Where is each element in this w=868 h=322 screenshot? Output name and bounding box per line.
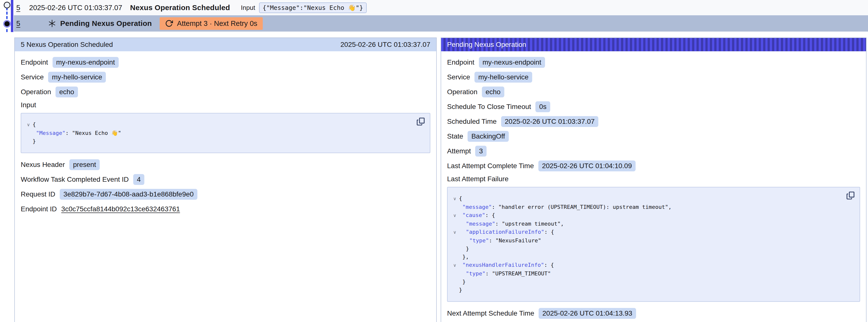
field-value-badge: BackingOff <box>468 131 508 142</box>
timeline-rail <box>0 0 14 33</box>
retry-icon <box>165 20 173 27</box>
json-line: ∨{ <box>24 120 410 129</box>
json-line: "type": "NexusFailure" <box>451 236 840 245</box>
field-row: Scheduled Time2025-02-26 UTC 01:03:37.07 <box>447 116 860 127</box>
collapse-chevron-icon[interactable]: ∨ <box>451 261 459 269</box>
event-input-label: Input <box>241 4 255 11</box>
event-title: Nexus Operation Scheduled <box>130 3 230 12</box>
retry-badge-label: Attempt 3 · Next Retry 0s <box>177 20 257 28</box>
json-line: "type": "UPSTREAM_TIMEOUT" <box>451 269 840 278</box>
input-section-label: Input <box>21 101 430 109</box>
json-key: "message" <box>462 204 492 210</box>
scheduled-panel-title: 5 Nexus Operation Scheduled <box>21 41 113 49</box>
json-line-content: "nexusHandlerFailureInfo": { <box>459 261 554 269</box>
event-id-link[interactable]: 5 <box>16 4 22 12</box>
field-label: Operation <box>21 88 51 96</box>
pending-id-link[interactable]: 5 <box>16 20 22 28</box>
pending-fields-bottom: Next Attempt Schedule Time2025-02-26 UTC… <box>447 308 860 319</box>
copy-button[interactable] <box>416 117 425 126</box>
field-label: Nexus Header <box>21 161 65 169</box>
json-line-content: "message": "handler error (UPSTREAM_TIME… <box>459 203 672 211</box>
field-value-badge: 2025-02-26 UTC 01:03:37.07 <box>501 116 598 127</box>
event-detail-panels: 5 Nexus Operation Scheduled 2025-02-26 U… <box>0 37 868 322</box>
field-row: Last Attempt Complete Time2025-02-26 UTC… <box>447 160 860 171</box>
json-line: ∨"cause": { <box>451 211 840 220</box>
field-row: Operationecho <box>447 86 860 98</box>
field-label: Workflow Task Completed Event ID <box>21 175 129 184</box>
field-label: State <box>447 132 463 140</box>
pending-panel-header: Pending Nexus Operation <box>441 38 866 51</box>
scheduled-event-panel: 5 Nexus Operation Scheduled 2025-02-26 U… <box>14 37 437 322</box>
json-line: } <box>451 245 840 253</box>
field-label: Endpoint ID <box>21 205 57 213</box>
field-value-badge: echo <box>482 87 504 97</box>
collapse-chevron-icon[interactable]: ∨ <box>451 228 459 236</box>
failure-json-code: ∨{"message": "handler error (UPSTREAM_TI… <box>451 194 840 294</box>
field-value-badge: present <box>69 159 100 170</box>
field-row: Servicemy-hello-service <box>21 71 430 83</box>
json-text: : "NexusFailure" <box>489 237 541 244</box>
field-value-badge: 3 <box>475 146 487 157</box>
failure-section-label: Last Attempt Failure <box>447 175 860 183</box>
json-line-content: "cause": { <box>459 211 495 219</box>
json-line-content: }, <box>459 253 469 261</box>
json-key: "cause" <box>462 212 485 218</box>
field-value-badge: 4 <box>133 174 145 185</box>
json-text: }, <box>462 254 469 260</box>
event-input-preview-badge[interactable]: {"Message":"Nexus Echo 👋"} <box>259 2 366 13</box>
field-label: Service <box>21 73 44 81</box>
json-line-content: "message": "upstream timeout", <box>459 220 564 228</box>
field-label: Attempt <box>447 147 471 155</box>
field-label: Next Attempt Schedule Time <box>447 310 534 317</box>
field-row: Request ID3e829b7e-7d67-4b08-aad3-b1e868… <box>21 189 430 200</box>
json-text: : "Nexus Echo 👋" <box>65 130 121 136</box>
scheduled-fields-top: Endpointmy-nexus-endpointServicemy-hello… <box>21 57 430 98</box>
timeline-active-bar <box>11 0 13 32</box>
json-line: } <box>451 278 840 286</box>
pending-operation-row[interactable]: 5 Pending Nexus Operation Attempt 3 · Ne… <box>14 15 868 32</box>
copy-button[interactable] <box>846 191 855 200</box>
json-line: "message": "handler error (UPSTREAM_TIME… <box>451 203 840 211</box>
json-text: : "handler error (UPSTREAM_TIMEOUT): ups… <box>492 204 671 210</box>
input-json-code: ∨{"Message": "Nexus Echo 👋"} <box>24 120 410 145</box>
field-value-badge: 2025-02-26 UTC 01:04:10.09 <box>538 161 636 171</box>
pending-panel-body: Endpointmy-nexus-endpointServicemy-hello… <box>441 51 866 319</box>
scheduled-panel-header: 5 Nexus Operation Scheduled 2025-02-26 U… <box>15 38 436 51</box>
json-key: "type" <box>466 270 485 277</box>
json-text: } <box>459 287 462 293</box>
failure-json-block: ∨{"message": "handler error (UPSTREAM_TI… <box>447 187 860 302</box>
field-row: StateBackingOff <box>447 131 860 142</box>
pending-operation-panel: Pending Nexus Operation Endpointmy-nexus… <box>441 37 867 322</box>
json-line: ∨{ <box>451 194 840 203</box>
json-text: { <box>33 121 36 127</box>
json-line: } <box>451 286 840 294</box>
json-line-content: { <box>459 194 462 202</box>
field-label: Endpoint <box>21 58 48 66</box>
collapse-chevron-icon[interactable]: ∨ <box>451 195 459 203</box>
pending-panel-title: Pending Nexus Operation <box>447 41 526 49</box>
json-key: "message" <box>466 221 495 227</box>
field-row: Next Attempt Schedule Time2025-02-26 UTC… <box>447 308 860 319</box>
field-value-badge: 3e829b7e-7d67-4b08-aad3-b1e868bfe9e0 <box>60 189 197 200</box>
scheduled-fields-bottom: Nexus HeaderpresentWorkflow Task Complet… <box>21 159 430 215</box>
field-row: Schedule To Close Timeout0s <box>447 101 860 112</box>
input-json-block: ∨{"Message": "Nexus Echo 👋"} <box>21 113 430 153</box>
collapse-chevron-icon[interactable]: ∨ <box>24 121 33 129</box>
field-label: Last Attempt Complete Time <box>447 162 534 170</box>
json-key: "applicationFailureInfo" <box>466 229 544 235</box>
pending-fields-top: Endpointmy-nexus-endpointServicemy-hello… <box>447 57 860 171</box>
event-row-scheduled[interactable]: 5 2025-02-26 UTC 01:03:37.07 Nexus Opera… <box>14 0 868 15</box>
field-value-badge: 2025-02-26 UTC 01:04:13.93 <box>538 308 636 319</box>
json-line-content: "applicationFailureInfo": { <box>459 228 554 236</box>
field-label: Scheduled Time <box>447 118 497 126</box>
json-line: "Message": "Nexus Echo 👋" <box>24 129 410 137</box>
json-text: : { <box>544 262 554 268</box>
collapse-chevron-icon[interactable]: ∨ <box>451 212 459 220</box>
field-value-link[interactable]: 3c0c75ccfa8144b092c13ce632463761 <box>61 205 180 213</box>
json-line-content: "type": "NexusFailure" <box>459 236 541 245</box>
field-row: Endpoint ID3c0c75ccfa8144b092c13ce632463… <box>21 203 430 215</box>
field-label: Schedule To Close Timeout <box>447 103 531 111</box>
json-text: : { <box>544 229 554 235</box>
json-text: : { <box>485 212 495 218</box>
field-row: Nexus Headerpresent <box>21 159 430 170</box>
